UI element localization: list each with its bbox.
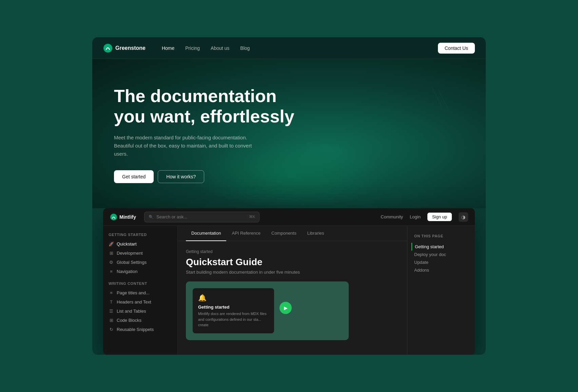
- nav-about[interactable]: About us: [211, 45, 229, 51]
- tab-components[interactable]: Components: [266, 226, 302, 241]
- docs-preview: Mintlify 🔍 Search or ask... ⌘K Community…: [103, 208, 475, 355]
- sidebar-item-global-settings[interactable]: ⚙ Global Settings: [103, 258, 177, 267]
- sidebar-item-headers[interactable]: T Headers and Text: [103, 297, 177, 307]
- theme-icon: ◑: [461, 214, 465, 220]
- snippets-icon: ↻: [109, 327, 114, 332]
- docs-sidebar: Getting Started 🚀 Quickstart ⊞ Developme…: [103, 226, 178, 355]
- nav-home[interactable]: Home: [162, 45, 174, 51]
- docs-logo[interactable]: Mintlify: [110, 213, 136, 221]
- on-this-page-item-3[interactable]: Addons: [414, 266, 468, 274]
- logo-icon: [103, 43, 113, 53]
- contact-button[interactable]: Contact Us: [438, 43, 475, 54]
- headers-icon: T: [109, 299, 114, 305]
- sidebar-item-snippets[interactable]: ↻ Reusable Snippets: [103, 325, 177, 334]
- docs-topbar-right: Community Login Sign up ◑: [381, 212, 468, 222]
- hero-subtitle: Meet the modern standard for public-faci…: [114, 134, 256, 158]
- docs-tabs: Documentation API Reference Components L…: [178, 226, 407, 241]
- docs-breadcrumb: Getting started: [186, 249, 399, 254]
- how-it-works-button[interactable]: How it works?: [158, 170, 204, 183]
- docs-search-shortcut: ⌘K: [249, 215, 255, 219]
- sidebar-item-navigation[interactable]: ≡ Navigation: [103, 267, 177, 276]
- sidebar-item-page-titles[interactable]: ≡ Page titles and...: [103, 288, 177, 297]
- svg-line-1: [431, 86, 442, 106]
- docs-page-subtitle: Start building modern documentation in u…: [186, 270, 399, 275]
- play-button[interactable]: ▶: [280, 302, 292, 314]
- docs-search[interactable]: 🔍 Search or ask... ⌘K: [144, 212, 259, 222]
- sidebar-item-quickstart[interactable]: 🚀 Quickstart: [103, 239, 177, 249]
- card-bell-icon: 🔔: [198, 294, 269, 302]
- sidebar-section-getting-started: Getting Started: [103, 233, 177, 237]
- development-icon: ⊞: [109, 251, 114, 256]
- nav-links: Home Pricing About us Blog: [162, 45, 438, 51]
- logo[interactable]: Greenstone: [103, 43, 146, 53]
- nav-blog[interactable]: Blog: [240, 45, 250, 51]
- docs-login-link[interactable]: Login: [410, 214, 421, 219]
- settings-icon: ⚙: [109, 260, 114, 265]
- docs-search-text: Search or ask...: [156, 214, 246, 219]
- sidebar-item-code-blocks[interactable]: ⊞ Code Blocks: [103, 316, 177, 325]
- search-icon: 🔍: [149, 215, 154, 219]
- hero-section: The documentation you want, effortlessly…: [92, 59, 486, 208]
- tab-libraries[interactable]: Libraries: [302, 226, 330, 241]
- navigation-icon: ≡: [109, 269, 114, 274]
- on-this-page-item-2[interactable]: Update: [414, 258, 468, 266]
- deco-lines-icon: [411, 86, 452, 120]
- svg-line-2: [438, 90, 448, 110]
- card-desc: Mintlify docs are rendered from MDX file…: [198, 311, 269, 328]
- on-this-page-item-0[interactable]: Getting started: [411, 243, 468, 251]
- docs-page-title: Quickstart Guide: [186, 257, 399, 268]
- code-blocks-icon: ⊞: [109, 318, 114, 323]
- docs-body: Getting Started 🚀 Quickstart ⊞ Developme…: [103, 226, 475, 355]
- docs-main-area: Getting started Quickstart Guide Start b…: [178, 241, 407, 355]
- app-window: Greenstone Home Pricing About us Blog Co…: [92, 37, 486, 355]
- play-icon: ▶: [284, 305, 288, 311]
- quickstart-icon: 🚀: [109, 241, 114, 247]
- nav-pricing[interactable]: Pricing: [185, 45, 200, 51]
- docs-card-preview: 🔔 Getting started Mintlify docs are rend…: [186, 281, 349, 340]
- hero-buttons: Get started How it works?: [114, 170, 304, 183]
- sidebar-section-writing: Writing content: [103, 281, 177, 286]
- tab-api-reference[interactable]: API Reference: [226, 226, 266, 241]
- sidebar-item-list-tables[interactable]: ☰ List and Tables: [103, 307, 177, 316]
- docs-theme-toggle[interactable]: ◑: [459, 212, 468, 222]
- logo-text: Greenstone: [115, 45, 146, 51]
- tab-documentation[interactable]: Documentation: [186, 226, 226, 241]
- list-tables-icon: ☰: [109, 309, 114, 314]
- hero-content: The documentation you want, effortlessly…: [114, 86, 304, 183]
- on-this-page-title: ON THIS PAGE: [414, 234, 468, 238]
- docs-right-panel: ON THIS PAGE Getting started Deploy your…: [407, 226, 475, 355]
- docs-content: Documentation API Reference Components L…: [178, 226, 407, 355]
- card-title: Getting started: [198, 305, 269, 310]
- svg-line-3: [425, 93, 435, 113]
- docs-logo-icon: [110, 213, 117, 221]
- docs-logo-text: Mintlify: [119, 214, 136, 220]
- docs-signup-button[interactable]: Sign up: [427, 213, 452, 221]
- navbar: Greenstone Home Pricing About us Blog Co…: [92, 37, 486, 59]
- docs-card-inner: 🔔 Getting started Mintlify docs are rend…: [193, 288, 274, 333]
- docs-topbar: Mintlify 🔍 Search or ask... ⌘K Community…: [103, 208, 475, 226]
- hero-title: The documentation you want, effortlessly: [114, 86, 304, 127]
- get-started-button[interactable]: Get started: [114, 170, 154, 183]
- on-this-page-item-1[interactable]: Deploy your doc: [414, 251, 468, 258]
- docs-community-link[interactable]: Community: [381, 214, 403, 219]
- sidebar-item-development[interactable]: ⊞ Development: [103, 249, 177, 258]
- page-titles-icon: ≡: [109, 290, 114, 295]
